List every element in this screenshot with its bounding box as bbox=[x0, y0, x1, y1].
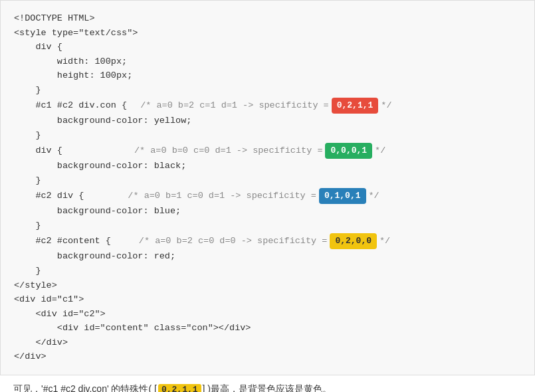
code-line-24: </div> bbox=[14, 349, 521, 364]
code-line-23: </div> bbox=[14, 336, 521, 350]
code-line-4: width: 100px; bbox=[14, 54, 521, 69]
code-line-15: } bbox=[14, 219, 521, 233]
code-line-7: #c1 #c2 div.con { /* a=0 b=2 c=1 d=1 -> … bbox=[14, 98, 521, 114]
code-line-19: </style> bbox=[14, 278, 521, 293]
code-line-12: } bbox=[14, 173, 521, 188]
code-line-17: background-color: red; bbox=[14, 249, 521, 264]
code-line-13: #c2 div { /* a=0 b=1 c=0 d=1 -> specific… bbox=[14, 188, 521, 205]
code-line-5: height: 100px; bbox=[14, 68, 521, 83]
code-line-22: <div id="content" class="con"></div> bbox=[14, 321, 521, 336]
code-line-1: <!DOCTYPE HTML> bbox=[14, 11, 521, 26]
code-line-16: #c2 #content { /* a=0 b=2 c=0 d=0 -> spe… bbox=[14, 233, 521, 250]
code-block: <!DOCTYPE HTML> <style type="text/css"> … bbox=[0, 0, 535, 375]
code-line-8: background-color: yellow; bbox=[14, 114, 521, 128]
code-line-14: background-color: blue; bbox=[14, 204, 521, 219]
specificity-badge-3: 0,1,0,1 bbox=[319, 188, 366, 205]
specificity-badge-1: 0,2,1,1 bbox=[332, 98, 379, 114]
code-line-20: <div id="c1"> bbox=[14, 292, 521, 307]
code-line-18: } bbox=[14, 264, 521, 278]
footer-badge: 0,2,1,1 bbox=[158, 384, 201, 392]
code-line-6: } bbox=[14, 83, 521, 98]
code-line-2: <style type="text/css"> bbox=[14, 26, 521, 41]
footer-text: 可见，'#c1 #c2 div.con' 的特殊性( [0,2,1,1] )最高… bbox=[0, 375, 535, 392]
specificity-badge-2: 0,0,0,1 bbox=[325, 143, 372, 159]
code-line-11: background-color: black; bbox=[14, 159, 521, 173]
code-line-3: div { bbox=[14, 40, 521, 54]
specificity-badge-4: 0,2,0,0 bbox=[330, 233, 377, 250]
code-line-10: div { /* a=0 b=0 c=0 d=1 -> specificity … bbox=[14, 143, 521, 159]
code-line-21: <div id="c2"> bbox=[14, 307, 521, 322]
code-line-9: } bbox=[14, 128, 521, 143]
